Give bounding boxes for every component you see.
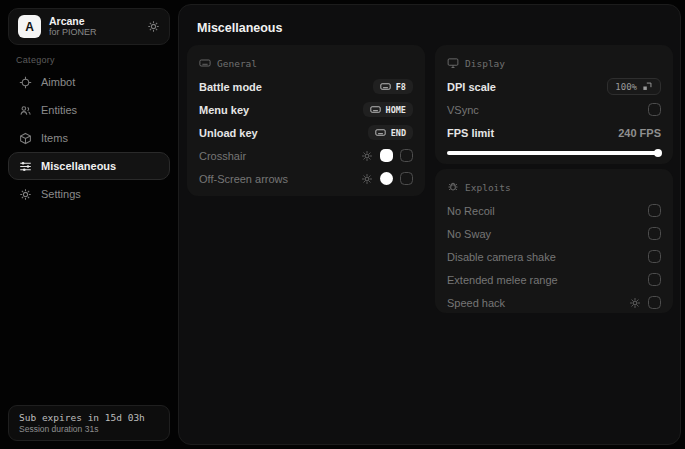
no-sway-checkbox[interactable]: [648, 227, 661, 240]
disable-camera-shake-row: Disable camera shake: [447, 245, 661, 268]
brand-initial: A: [25, 20, 34, 34]
session-duration-text: Session duration 31s: [19, 424, 159, 435]
fps-limit-value: 240 FPS: [618, 127, 661, 139]
unload-key-key: END: [391, 128, 406, 138]
slider-track: [447, 151, 661, 155]
gear-icon[interactable]: [629, 297, 641, 309]
main-content: Miscellaneous General Battle mode: [178, 4, 681, 445]
extended-melee-range-row: Extended melee range: [447, 268, 661, 291]
offscreen-arrows-row: Off-Screen arrows: [199, 167, 413, 190]
exploits-panel: Exploits No Recoil No Sway Disable camer…: [435, 169, 673, 313]
exploits-panel-title: Exploits: [465, 182, 511, 193]
offscreen-arrows-color-swatch[interactable]: [380, 172, 393, 185]
crosshair-icon: [19, 76, 32, 89]
brand-logo: A: [18, 15, 41, 38]
general-panel: General Battle mode F8 Menu key: [187, 45, 425, 196]
sidebar-item-aimbot[interactable]: Aimbot: [8, 68, 170, 96]
no-recoil-row: No Recoil: [447, 199, 661, 222]
vsync-checkbox[interactable]: [648, 103, 661, 116]
offscreen-arrows-label: Off-Screen arrows: [199, 173, 288, 185]
subscription-info-card: Sub expires in 15d 03h Session duration …: [8, 405, 170, 441]
entities-icon: [19, 104, 32, 117]
crosshair-row: Crosshair: [199, 144, 413, 167]
general-panel-header: General: [199, 55, 413, 71]
sidebar-nav: Aimbot Entities Items: [8, 68, 170, 208]
brand-name: Arcane: [49, 15, 147, 27]
dpi-scale-value: 100%: [615, 82, 637, 92]
battle-mode-key: F8: [396, 82, 406, 92]
sidebar: A Arcane for PIONER Category: [0, 0, 176, 449]
cube-icon: [19, 132, 32, 145]
monitor-icon: [447, 57, 459, 69]
app-window: A Arcane for PIONER Category: [0, 0, 685, 449]
sub-expiry-text: Sub expires in 15d 03h: [19, 411, 159, 424]
menu-key-key: HOME: [386, 105, 406, 115]
dpi-scale-select[interactable]: 100%: [607, 78, 661, 95]
general-panel-title: General: [217, 58, 257, 69]
sidebar-item-settings[interactable]: Settings: [8, 180, 170, 208]
battle-mode-row: Battle mode F8: [199, 75, 413, 98]
scale-icon: [642, 81, 653, 92]
sidebar-item-entities[interactable]: Entities: [8, 96, 170, 124]
menu-key-keybind[interactable]: HOME: [363, 102, 413, 117]
gear-icon[interactable]: [147, 20, 160, 33]
gear-icon[interactable]: [361, 150, 373, 162]
gear-icon[interactable]: [361, 173, 373, 185]
menu-key-row: Menu key HOME: [199, 98, 413, 121]
sidebar-item-label: Miscellaneous: [41, 160, 116, 172]
disable-camera-shake-label: Disable camera shake: [447, 251, 556, 263]
battle-mode-label: Battle mode: [199, 81, 262, 93]
category-label: Category: [16, 55, 55, 65]
display-panel-header: Display: [447, 55, 661, 71]
no-sway-row: No Sway: [447, 222, 661, 245]
fps-limit-label: FPS limit: [447, 127, 494, 139]
no-recoil-checkbox[interactable]: [648, 204, 661, 217]
battle-mode-keybind[interactable]: F8: [373, 79, 413, 94]
keyboard-icon: [380, 81, 391, 92]
offscreen-arrows-checkbox[interactable]: [400, 172, 413, 185]
brand-text: Arcane for PIONER: [49, 15, 147, 38]
sidebar-item-label: Aimbot: [41, 76, 75, 88]
vsync-row: VSync: [447, 98, 661, 121]
crosshair-color-swatch[interactable]: [380, 149, 393, 162]
crosshair-label: Crosshair: [199, 150, 246, 162]
extended-melee-range-label: Extended melee range: [447, 274, 558, 286]
unload-key-row: Unload key END: [199, 121, 413, 144]
sidebar-item-label: Settings: [41, 188, 81, 200]
sliders-icon: [19, 160, 32, 173]
extended-melee-range-checkbox[interactable]: [648, 273, 661, 286]
bug-icon: [447, 181, 459, 193]
keyboard-icon: [375, 127, 386, 138]
no-recoil-label: No Recoil: [447, 205, 495, 217]
brand-subtitle: for PIONER: [49, 27, 147, 38]
speed-hack-label: Speed hack: [447, 297, 505, 309]
speed-hack-row: Speed hack: [447, 291, 661, 314]
sidebar-item-items[interactable]: Items: [8, 124, 170, 152]
exploits-panel-header: Exploits: [447, 179, 661, 195]
display-panel: Display DPI scale 100% VSync: [435, 45, 673, 164]
dpi-scale-label: DPI scale: [447, 81, 496, 93]
fps-limit-slider[interactable]: [447, 148, 661, 158]
crosshair-checkbox[interactable]: [400, 149, 413, 162]
fps-slider-fill: [447, 151, 661, 155]
disable-camera-shake-checkbox[interactable]: [648, 250, 661, 263]
page-title: Miscellaneous: [197, 21, 282, 35]
vsync-label: VSync: [447, 104, 479, 116]
sidebar-item-label: Entities: [41, 104, 77, 116]
gear-icon: [19, 188, 32, 201]
menu-key-label: Menu key: [199, 104, 249, 116]
brand-card: A Arcane for PIONER: [8, 8, 170, 45]
keyboard-icon: [199, 57, 211, 69]
unload-key-label: Unload key: [199, 127, 258, 139]
no-sway-label: No Sway: [447, 228, 491, 240]
sidebar-item-label: Items: [41, 132, 68, 144]
sidebar-item-miscellaneous[interactable]: Miscellaneous: [8, 152, 170, 180]
slider-knob[interactable]: [654, 149, 662, 157]
keyboard-icon: [370, 104, 381, 115]
speed-hack-checkbox[interactable]: [648, 296, 661, 309]
display-panel-title: Display: [465, 58, 505, 69]
fps-limit-row: FPS limit 240 FPS: [447, 121, 661, 144]
unload-key-keybind[interactable]: END: [368, 125, 413, 140]
dpi-scale-row: DPI scale 100%: [447, 75, 661, 98]
